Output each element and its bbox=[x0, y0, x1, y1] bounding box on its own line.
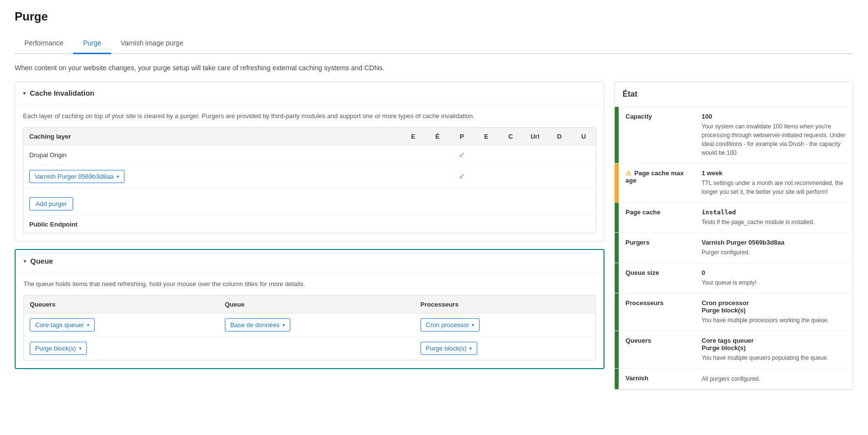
etat-indicator-processeurs bbox=[615, 293, 619, 331]
etat-value-varnish: All purgers configured. bbox=[702, 374, 846, 383]
add-purger-cell: Add purger bbox=[23, 188, 596, 216]
cache-invalidation-header[interactable]: ▾ Cache Invalidation bbox=[15, 82, 604, 104]
base-donnees-label: Base de données bbox=[230, 321, 280, 329]
queue-title: Queue bbox=[30, 257, 53, 265]
core-tags-queuer-dropdown[interactable]: Core tags queuer ▾ bbox=[30, 318, 95, 331]
etat-indicator-page-cache bbox=[615, 203, 619, 232]
etat-row-queuers: Queuers Core tags queuerPurge block(s) Y… bbox=[615, 331, 853, 369]
drupal-d-cell bbox=[547, 145, 572, 165]
etat-content-page-cache: Page cache installed Tests if the page_c… bbox=[619, 203, 853, 232]
queue-size-sub-value: Your queue is empty! bbox=[702, 278, 846, 287]
chevron-down-icon: ▾ bbox=[23, 258, 26, 265]
etat-indicator-purgers bbox=[615, 233, 619, 263]
varnish-c-cell bbox=[499, 165, 523, 188]
col-d: D bbox=[547, 128, 572, 145]
etat-row-queue-size: Queue size 0 Your queue is empty! bbox=[615, 263, 853, 293]
cache-invalidation-body: Each layer of caching on top of your sit… bbox=[15, 104, 604, 241]
table-row: Purge block(s) ▾ Purge block(s) ▾ bbox=[24, 337, 596, 360]
cache-table-header-row: Caching layer E É P E C Url D U bbox=[23, 128, 596, 145]
etat-row-varnish: Varnish All purgers configured. bbox=[615, 369, 853, 390]
etat-label-page-cache: Page cache bbox=[626, 208, 694, 227]
purgers-sub-value: Purger configured. bbox=[702, 248, 846, 257]
processeur-purge-block-cell: Purge block(s) ▾ bbox=[415, 337, 596, 360]
tab-purge[interactable]: Purge bbox=[73, 33, 111, 54]
processeur-cron-cell: Cron processor ▾ bbox=[415, 313, 596, 337]
queue-table-header-row: Queuers Queue Processeurs bbox=[24, 296, 596, 313]
drupal-origin-label: Drupal Origin bbox=[23, 145, 401, 165]
col-queuers: Queuers bbox=[24, 296, 219, 313]
check-icon: ✓ bbox=[459, 172, 465, 181]
etat-value-queuers: Core tags queuerPurge block(s) You have … bbox=[702, 337, 846, 362]
chevron-down-icon: ▾ bbox=[79, 346, 81, 351]
etat-label-queue-size: Queue size bbox=[626, 269, 694, 287]
etat-content-queue-size: Queue size 0 Your queue is empty! bbox=[619, 263, 853, 293]
drupal-u-cell bbox=[572, 145, 596, 165]
cache-invalidation-card: ▾ Cache Invalidation Each layer of cachi… bbox=[15, 82, 605, 242]
queuers-main-value: Core tags queuerPurge block(s) bbox=[702, 337, 846, 352]
queue-base-donnees-cell: Base de données ▾ bbox=[219, 313, 415, 337]
col-c: C bbox=[499, 128, 523, 145]
processeurs-main-value: Cron processorPurge block(s) bbox=[702, 299, 846, 314]
col-e1: E bbox=[401, 128, 425, 145]
etat-indicator-queuers bbox=[615, 331, 619, 368]
col-url: Url bbox=[523, 128, 547, 145]
page-cache-sub-value: Tests if the page_cache module is instal… bbox=[702, 218, 846, 227]
etat-value-processeurs: Cron processorPurge block(s) You have mu… bbox=[702, 299, 846, 325]
etat-content-page-cache-max-age: ⚠Page cache max age 1 week TTL settings … bbox=[619, 164, 853, 202]
queuers-sub-value: You have multiple queuers populating the… bbox=[702, 353, 846, 362]
drupal-p-cell: ✓ bbox=[450, 145, 474, 165]
table-row: Drupal Origin ✓ bbox=[23, 145, 596, 165]
col-processeurs: Processeurs bbox=[415, 296, 596, 313]
etat-indicator-queue-size bbox=[615, 263, 619, 293]
varnish-purger-cell: Varnish Purger 0569b3d8aa ▾ bbox=[23, 165, 401, 188]
etat-label-purgers: Purgers bbox=[626, 239, 694, 257]
drupal-url-cell bbox=[523, 145, 547, 165]
chevron-down-icon: ▾ bbox=[87, 322, 89, 328]
table-row: Core tags queuer ▾ Base de données ▾ bbox=[24, 313, 596, 337]
queue-card: ▾ Queue The queue holds items that need … bbox=[15, 249, 605, 369]
main-content: ▾ Cache Invalidation Each layer of cachi… bbox=[15, 82, 853, 390]
etat-label-varnish: Varnish bbox=[626, 374, 694, 383]
base-donnees-dropdown[interactable]: Base de données ▾ bbox=[225, 318, 290, 331]
page-cache-max-age-main-value: 1 week bbox=[702, 169, 846, 177]
chevron-down-icon: ▾ bbox=[283, 322, 285, 328]
table-row: Public Endpoint bbox=[23, 216, 596, 233]
etat-row-capacity: Capacity 100 Your system can invalidate … bbox=[615, 107, 853, 164]
etat-row-processeurs: Processeurs Cron processorPurge block(s)… bbox=[615, 293, 853, 331]
etat-indicator-page-cache-max-age bbox=[615, 164, 619, 202]
etat-indicator-varnish bbox=[615, 369, 619, 389]
queue-body: The queue holds items that need refreshi… bbox=[16, 272, 604, 368]
left-panel: ▾ Cache Invalidation Each layer of cachi… bbox=[15, 82, 605, 390]
chevron-down-icon: ▾ bbox=[472, 322, 474, 328]
varnish-p-cell: ✓ bbox=[450, 165, 474, 188]
etat-row-purgers: Purgers Varnish Purger 0569b3d8aa Purger… bbox=[615, 233, 853, 263]
purgers-main-value: Varnish Purger 0569b3d8aa bbox=[702, 239, 846, 246]
purge-block-queuer-label: Purge block(s) bbox=[35, 345, 76, 352]
add-purger-button[interactable]: Add purger bbox=[29, 197, 73, 210]
etat-content-queuers: Queuers Core tags queuerPurge block(s) Y… bbox=[619, 331, 853, 368]
cache-invalidation-title: Cache Invalidation bbox=[30, 89, 95, 97]
col-p: P bbox=[450, 128, 474, 145]
page-cache-main-value: installed bbox=[702, 208, 846, 216]
tab-varnish-image-purge[interactable]: Varnish image purge bbox=[111, 33, 193, 54]
purge-block-processeur-dropdown[interactable]: Purge block(s) ▾ bbox=[421, 342, 478, 355]
cron-processor-dropdown[interactable]: Cron processor ▾ bbox=[421, 318, 480, 331]
purge-block-queuer-dropdown[interactable]: Purge block(s) ▾ bbox=[30, 342, 87, 355]
etat-value-queue-size: 0 Your queue is empty! bbox=[702, 269, 846, 287]
tab-performance[interactable]: Performance bbox=[15, 33, 73, 54]
queue-header[interactable]: ▾ Queue bbox=[16, 250, 604, 272]
varnish-purger-dropdown[interactable]: Varnish Purger 0569b3d8aa ▾ bbox=[29, 170, 124, 183]
drupal-c-cell bbox=[499, 145, 523, 165]
table-row: Varnish Purger 0569b3d8aa ▾ ✓ bbox=[23, 165, 596, 188]
drupal-e3-cell bbox=[474, 145, 499, 165]
chevron-down-icon: ▾ bbox=[469, 346, 472, 351]
chevron-down-icon: ▾ bbox=[117, 174, 119, 179]
col-e2: É bbox=[425, 128, 450, 145]
page-title: Purge bbox=[15, 10, 853, 23]
etat-label-capacity: Capacity bbox=[626, 113, 694, 157]
etat-value-purgers: Varnish Purger 0569b3d8aa Purger configu… bbox=[702, 239, 846, 257]
cron-processor-label: Cron processor bbox=[426, 321, 469, 329]
etat-indicator-capacity bbox=[615, 107, 619, 163]
varnish-purger-label: Varnish Purger 0569b3d8aa bbox=[35, 173, 114, 180]
col-queue: Queue bbox=[219, 296, 415, 313]
